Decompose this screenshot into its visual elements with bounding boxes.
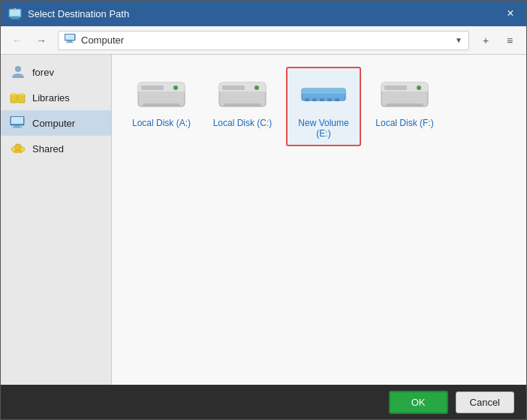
svg-rect-15 (11, 117, 23, 124)
svg-rect-3 (10, 10, 20, 16)
sidebar-item-forev[interactable]: forev (1, 59, 111, 85)
file-item-disk-f[interactable]: Local Disk (F:) (367, 67, 442, 146)
address-bar[interactable]: Computer ▼ (58, 31, 469, 50)
svg-rect-1 (12, 16, 18, 18)
bottom-bar: OK Cancel (1, 385, 526, 419)
address-text: Computer (81, 34, 455, 46)
file-item-disk-a[interactable]: Local Disk (A:) (124, 67, 199, 146)
svg-rect-40 (335, 98, 339, 101)
forward-button[interactable]: → (31, 31, 52, 50)
sidebar-label-forev: forev (32, 67, 54, 78)
file-area: Local Disk (A:) Local Di (112, 55, 526, 385)
app-icon (8, 7, 22, 20)
svg-rect-36 (305, 98, 309, 101)
svg-point-25 (173, 86, 178, 90)
view-button[interactable]: ≡ (499, 31, 520, 50)
sidebar-item-computer[interactable]: Computer (1, 110, 111, 136)
disk-f-icon (378, 74, 432, 113)
disk-c-label: Local Disk (C:) (213, 118, 273, 128)
back-button[interactable]: ← (7, 31, 28, 50)
svg-rect-46 (384, 86, 407, 90)
svg-rect-35 (302, 91, 345, 94)
address-dropdown-icon[interactable]: ▼ (455, 36, 462, 44)
svg-point-19 (11, 147, 16, 152)
close-button[interactable]: × (502, 5, 519, 22)
svg-rect-39 (327, 98, 332, 101)
file-item-disk-c[interactable]: Local Disk (C:) (205, 67, 280, 146)
sidebar-item-shared[interactable]: Shared (1, 136, 111, 161)
libraries-icon (10, 91, 26, 104)
svg-rect-44 (386, 104, 423, 106)
svg-rect-37 (312, 98, 317, 101)
file-grid: Local Disk (A:) Local Di (124, 67, 514, 146)
sidebar-label-shared: Shared (32, 143, 64, 154)
svg-rect-7 (68, 40, 72, 42)
shared-icon (10, 142, 26, 155)
svg-rect-38 (320, 98, 324, 101)
user-icon (10, 65, 26, 79)
svg-rect-12 (18, 94, 25, 103)
svg-rect-24 (143, 104, 180, 106)
sidebar-item-libraries[interactable]: Libraries (1, 85, 111, 110)
disk-a-label: Local Disk (A:) (132, 118, 191, 128)
svg-rect-6 (65, 34, 74, 40)
title-bar: Select Destination Path × (1, 1, 526, 26)
disk-c-icon (215, 74, 270, 113)
disk-a-icon (134, 74, 188, 113)
svg-rect-30 (224, 104, 261, 106)
file-item-disk-e[interactable]: New Volume (E:) (286, 67, 361, 146)
disk-e-label: New Volume (E:) (294, 118, 354, 139)
svg-rect-11 (11, 93, 17, 95)
svg-rect-16 (14, 125, 20, 127)
svg-rect-17 (13, 127, 22, 128)
sidebar-label-libraries: Libraries (32, 92, 70, 104)
svg-point-31 (254, 86, 259, 90)
address-computer-icon (65, 34, 77, 46)
disk-f-label: Local Disk (F:) (375, 118, 433, 128)
toolbar: ← → Computer ▼ + ≡ (1, 26, 526, 55)
svg-rect-2 (11, 18, 20, 20)
ok-button[interactable]: OK (389, 391, 448, 414)
svg-point-4 (14, 8, 16, 10)
main-content: forev Libraries (1, 55, 526, 385)
computer-icon (10, 116, 26, 130)
sidebar: forev Libraries (1, 55, 112, 385)
svg-rect-13 (19, 93, 24, 95)
dialog-title: Select Destination Path (28, 8, 502, 20)
svg-rect-32 (222, 86, 245, 90)
svg-point-20 (20, 147, 25, 152)
disk-e-icon (297, 74, 351, 113)
svg-rect-26 (141, 86, 164, 90)
dialog: Select Destination Path × ← → Computer ▼… (0, 0, 527, 420)
svg-point-9 (15, 66, 21, 72)
svg-rect-10 (11, 94, 17, 103)
new-folder-button[interactable]: + (475, 31, 496, 50)
sidebar-label-computer: Computer (32, 118, 75, 129)
svg-point-45 (417, 86, 421, 90)
cancel-button[interactable]: Cancel (456, 392, 514, 413)
svg-rect-8 (66, 42, 74, 43)
